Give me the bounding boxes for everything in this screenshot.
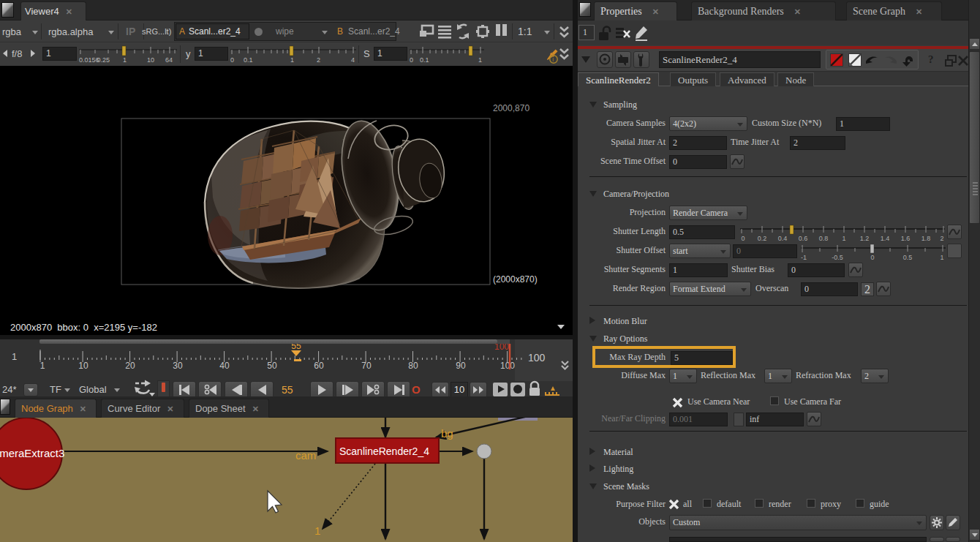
svg-text:-0.5: -0.5 [832,254,843,261]
svg-text:2: 2 [940,235,943,242]
svg-text:10: 10 [147,56,154,64]
svg-text:0.6: 0.6 [799,235,808,242]
svg-text:bg: bg [441,427,453,440]
svg-text:50: 50 [267,361,277,371]
svg-text:CameraExtract3: CameraExtract3 [0,447,64,459]
svg-text:ScanlineRender2_4: ScanlineRender2_4 [339,445,429,457]
svg-text:0: 0 [410,56,413,64]
svg-text:1: 1 [842,235,845,242]
svg-text:100: 100 [494,344,509,352]
svg-text:1: 1 [478,56,482,64]
svg-text:0.5: 0.5 [903,254,913,261]
svg-text:64: 64 [165,56,173,64]
svg-text:10: 10 [78,361,88,371]
svg-text:1.8: 1.8 [921,235,931,242]
svg-text:(2000x870): (2000x870) [493,274,538,285]
svg-text:60: 60 [314,361,324,371]
svg-text:20: 20 [125,361,135,371]
svg-text:0: 0 [870,254,874,261]
svg-text:30: 30 [173,361,183,371]
svg-text:70: 70 [361,361,372,371]
svg-text:55: 55 [291,344,301,351]
svg-text:0: 0 [741,235,745,242]
svg-text:1.2: 1.2 [860,235,870,242]
svg-text:1: 1 [40,361,45,371]
svg-text:80: 80 [408,361,418,371]
svg-text:1.6: 1.6 [901,235,911,242]
svg-text:0.1: 0.1 [420,56,429,64]
svg-text:0.8: 0.8 [819,235,829,242]
svg-text:90: 90 [456,361,466,371]
svg-text:2: 2 [317,56,320,64]
svg-text:0.1: 0.1 [244,56,253,64]
svg-text:100: 100 [500,361,515,371]
svg-text:4: 4 [351,56,355,64]
svg-text:0.4: 0.4 [778,235,788,242]
svg-text:1: 1 [940,254,943,261]
svg-text:40: 40 [219,361,230,371]
svg-text:i: i [552,56,554,63]
svg-text:-1: -1 [801,254,807,261]
svg-text:1: 1 [290,56,294,64]
svg-text:1: 1 [123,56,127,64]
svg-text:0.2: 0.2 [758,235,767,242]
svg-text:0.01560.25: 0.01560.25 [79,56,110,64]
svg-text:0: 0 [230,56,234,64]
svg-text:cam: cam [295,449,316,462]
svg-text:1.4: 1.4 [881,235,890,242]
svg-text:1: 1 [314,524,320,537]
svg-text:2000,870: 2000,870 [493,103,529,113]
